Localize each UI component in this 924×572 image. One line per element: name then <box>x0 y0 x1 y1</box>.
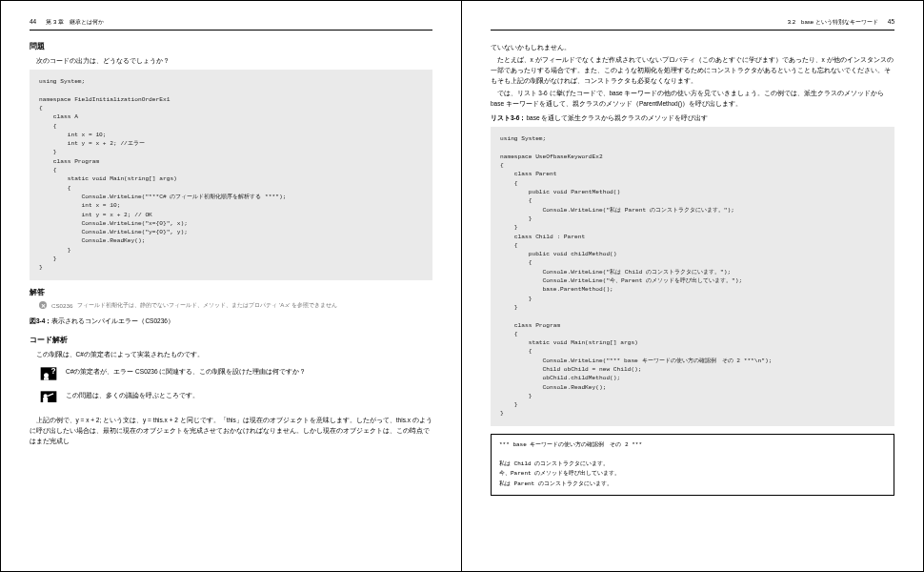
svg-point-1 <box>44 373 49 378</box>
section-analysis: コード解析 <box>30 336 432 345</box>
svg-text:?: ? <box>51 366 56 376</box>
problem-text: 次のコードの出力は、どうなるでしょうか？ <box>30 55 432 66</box>
question-text: C#の策定者が、エラー CS0236 に関連する、この制限を設けた理由は何ですか… <box>66 364 306 377</box>
listing-label-text: base を通して派生クラスから親クラスのメソッドを呼び出す <box>526 114 708 121</box>
question-person-icon: ? <box>39 364 58 383</box>
figure-label-bold: 図3-4： <box>30 317 51 324</box>
svg-point-5 <box>44 394 48 398</box>
answer-text: この問題は、多くの議論を呼ぶところです。 <box>66 388 199 400</box>
code-block-2: using System; namespace UseOfbaseKeyword… <box>491 127 894 426</box>
listing-label: リスト3-6：base を通して派生クラスから親クラスのメソッドを呼び出す <box>491 114 894 123</box>
right-page: 3.2 base という特別なキーワード 45 ていないかもしれません。 たとえ… <box>462 1 923 571</box>
figure-label-text: 表示されるコンパイルエラー（CS0236） <box>51 317 174 324</box>
error-message: フィールド初期化子は、静的でないフィールド、メソッド、またはプロパティ 'A.x… <box>77 301 337 310</box>
svg-rect-6 <box>43 398 48 402</box>
error-icon: ✕ <box>39 301 47 309</box>
figure-label: 図3-4：表示されるコンパイルエラー（CS0236） <box>30 317 432 326</box>
right-para-continue: ていないかもしれません。 <box>491 42 894 52</box>
left-header: 44 第 3 章 継承とは何か <box>30 18 432 31</box>
left-chapter-title: 第 3 章 継承とは何か <box>46 18 104 27</box>
answer-row: この問題は、多くの議論を呼ぶところです。 <box>39 388 432 407</box>
question-row: ? C#の策定者が、エラー CS0236 に関連する、この制限を設けた理由は何で… <box>39 364 432 383</box>
listing-label-bold: リスト3-6： <box>491 114 526 121</box>
output-block: *** base キーワードの使い方の確認例 その 2 *** 私は Child… <box>491 434 894 496</box>
right-section-title: 3.2 base という特別なキーワード <box>788 18 878 27</box>
section-answer: 解答 <box>30 288 432 297</box>
compiler-error-line: ✕ CS0236 フィールド初期化子は、静的でないフィールド、メソッド、またはプ… <box>39 301 432 310</box>
left-paragraph-1: 上記の例で、y = x + 2; という文は、y = this.x + 2 と同… <box>30 415 432 446</box>
code-block-1: using System; namespace FieldInitializat… <box>30 70 432 280</box>
right-header: 3.2 base という特別なキーワード 45 <box>491 18 894 31</box>
right-para-4: では、リスト 3-6 に挙げたコードで、base キーワードの他の使い方を見てい… <box>491 88 894 109</box>
section-problem: 問題 <box>30 42 432 51</box>
right-para-3: たとえば、x がフィールドでなくまだ作成されていないプロパティ（このあとすぐに学… <box>491 54 894 86</box>
svg-rect-2 <box>44 378 49 380</box>
left-page-number: 44 <box>30 18 36 27</box>
error-code: CS0236 <box>51 302 72 309</box>
analysis-intro: この制限は、C#の策定者によって実装されたものです。 <box>30 349 432 359</box>
left-page: 44 第 3 章 継承とは何か 問題 次のコードの出力は、どうなるでしょうか？ … <box>1 1 462 571</box>
right-page-number: 45 <box>888 18 894 27</box>
teacher-icon <box>39 388 58 407</box>
